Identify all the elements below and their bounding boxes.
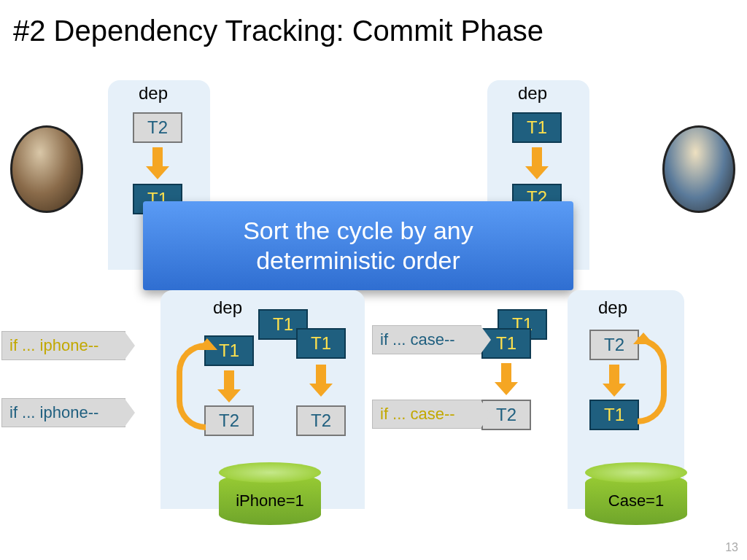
arrow-down-6	[609, 365, 619, 385]
tag-iphone-hi: if ... iphone--	[1, 331, 125, 360]
box-t1-ur: T1	[512, 112, 562, 143]
arrow-down-4	[316, 365, 326, 385]
callout-box: Sort the cycle by any deterministic orde…	[143, 201, 573, 290]
box-t2-ul: T2	[133, 112, 182, 143]
tag-iphone: if ... iphone--	[1, 398, 125, 427]
cyl-label-iphone: iPhone=1	[219, 491, 321, 510]
slide-number: 13	[725, 541, 738, 554]
box-t1-lr: T1	[589, 400, 639, 430]
dep-label-ur: dep	[518, 83, 547, 104]
cycle-arrow-left	[177, 343, 206, 430]
arrow-down-5	[501, 363, 511, 384]
box-t2-lr: T2	[589, 330, 639, 360]
callout-line2: deterministic order	[165, 246, 551, 276]
cylinder-iphone: iPhone=1	[219, 472, 321, 525]
dep-label-ll: dep	[213, 298, 242, 318]
arrow-down-2	[532, 147, 542, 168]
dep-label-ul: dep	[139, 83, 168, 104]
box-t2-ll2: T2	[296, 405, 346, 436]
box-t2-ll: T2	[204, 405, 254, 436]
box-t1-mid-b: T1	[296, 328, 346, 359]
arrow-down-1	[152, 147, 163, 168]
cyl-label-case: Case=1	[585, 491, 687, 510]
tag-case-hi: if ... case--	[372, 325, 481, 354]
cylinder-case: Case=1	[585, 472, 687, 525]
portrait-left	[10, 125, 83, 213]
tag-case: if ... case--	[372, 400, 481, 429]
slide-title: #2 Dependency Tracking: Commit Phase	[13, 15, 543, 47]
arrow-down-3	[224, 370, 234, 391]
portrait-right	[662, 125, 735, 213]
callout-line1: Sort the cycle by any	[165, 216, 551, 246]
dep-label-lr: dep	[598, 298, 627, 318]
